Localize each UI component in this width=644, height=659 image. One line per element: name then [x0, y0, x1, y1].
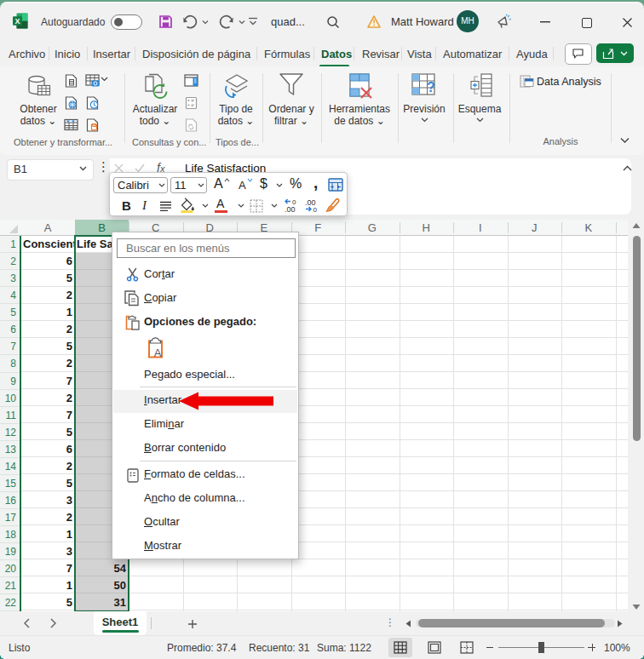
svg-text:X: X: [14, 17, 20, 26]
svg-text:.00: .00: [285, 205, 296, 214]
svg-text:A: A: [154, 347, 162, 358]
svg-text:?: ?: [427, 80, 435, 95]
svg-text:0: 0: [313, 206, 318, 213]
